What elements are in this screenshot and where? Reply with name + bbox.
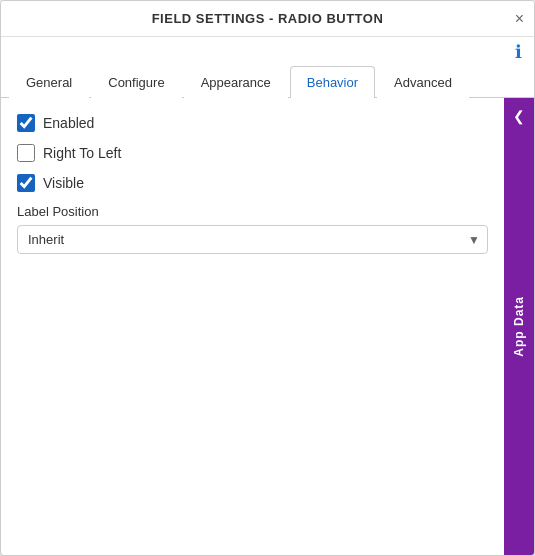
enabled-checkbox[interactable] bbox=[17, 114, 35, 132]
right-to-left-row: Right To Left bbox=[17, 144, 488, 162]
info-row: ℹ bbox=[1, 37, 534, 65]
dialog-title: FIELD SETTINGS - RADIO BUTTON bbox=[152, 11, 384, 26]
right-to-left-checkbox[interactable] bbox=[17, 144, 35, 162]
visible-row: Visible bbox=[17, 174, 488, 192]
visible-checkbox[interactable] bbox=[17, 174, 35, 192]
tab-general[interactable]: General bbox=[9, 66, 89, 98]
enabled-row: Enabled bbox=[17, 114, 488, 132]
label-position-select[interactable]: Inherit Top Bottom Left Right bbox=[17, 225, 488, 254]
main-content: Enabled Right To Left Visible Label Posi… bbox=[1, 98, 504, 555]
app-data-panel[interactable]: ❮ App Data bbox=[504, 98, 534, 555]
tab-behavior[interactable]: Behavior bbox=[290, 66, 375, 98]
tabs-bar: General Configure Appearance Behavior Ad… bbox=[1, 65, 534, 98]
content-area: Enabled Right To Left Visible Label Posi… bbox=[1, 98, 534, 555]
dialog: FIELD SETTINGS - RADIO BUTTON × ℹ Genera… bbox=[0, 0, 535, 556]
info-icon[interactable]: ℹ bbox=[515, 41, 522, 63]
label-position-wrapper: Inherit Top Bottom Left Right ▼ bbox=[17, 225, 488, 254]
tab-configure[interactable]: Configure bbox=[91, 66, 181, 98]
tab-advanced[interactable]: Advanced bbox=[377, 66, 469, 98]
close-button[interactable]: × bbox=[515, 11, 524, 27]
chevron-left-icon: ❮ bbox=[513, 108, 525, 124]
visible-label: Visible bbox=[43, 175, 84, 191]
right-to-left-label: Right To Left bbox=[43, 145, 121, 161]
enabled-label: Enabled bbox=[43, 115, 94, 131]
app-data-label: App Data bbox=[512, 296, 526, 357]
label-position-label: Label Position bbox=[17, 204, 488, 219]
tab-appearance[interactable]: Appearance bbox=[184, 66, 288, 98]
title-bar: FIELD SETTINGS - RADIO BUTTON × bbox=[1, 1, 534, 37]
